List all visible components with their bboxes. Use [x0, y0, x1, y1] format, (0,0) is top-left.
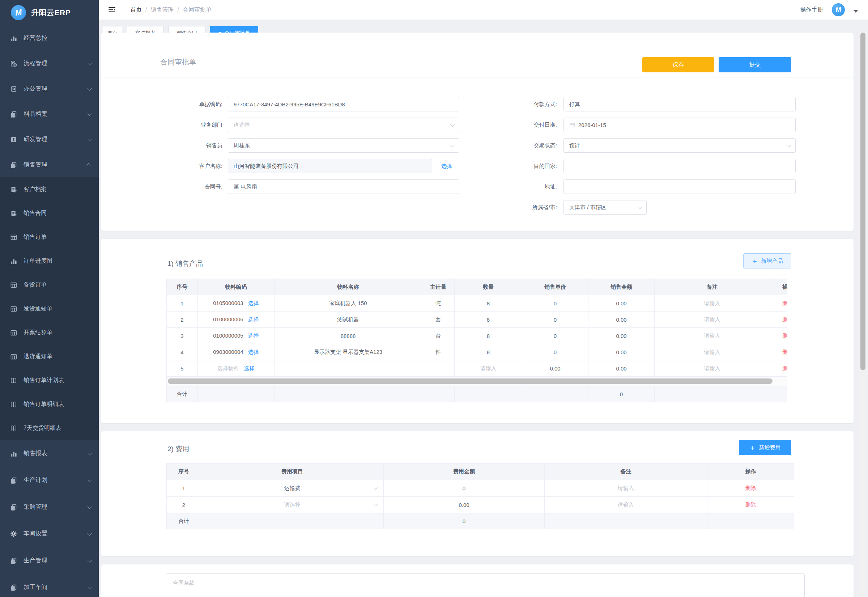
province-city-select[interactable]: 天津市 / 市辖区	[563, 200, 647, 215]
qty-cell[interactable]: 8	[455, 295, 522, 312]
grid-icon	[10, 305, 17, 312]
breadcrumb: 首页 / 销售管理 / 合同审批单	[130, 6, 212, 14]
sidebar-item-production-mgmt[interactable]: 生产管理	[0, 547, 99, 574]
fee-item-select[interactable]: 运输费	[201, 480, 384, 497]
delete-row-link[interactable]: 删除	[782, 300, 787, 306]
sidebar-item-stock-order[interactable]: 备货订单	[0, 273, 99, 297]
sidebar-item-process-mgmt[interactable]: 流程管理	[0, 50, 99, 76]
sidebar-item-material-archive[interactable]: 料品档案	[0, 101, 99, 127]
customer-select-link[interactable]: 选择	[441, 163, 452, 170]
sidebar-item-customer-archive[interactable]: 客户档案	[0, 177, 99, 201]
sidebar-item-label: 销售报表	[24, 449, 47, 457]
salesperson-select[interactable]: 周桂东	[228, 138, 459, 153]
remark-cell[interactable]: 请输入	[655, 344, 770, 360]
remark-cell[interactable]: 请输入	[545, 497, 707, 514]
remark-cell[interactable]: 请输入	[545, 480, 707, 497]
qty-cell[interactable]: 8	[455, 312, 522, 328]
sidebar-item-label: 经营总控	[24, 34, 47, 42]
fee-item-select[interactable]: 请选择	[201, 497, 384, 514]
material-select-link[interactable]: 选择	[244, 365, 255, 371]
delete-row-link[interactable]: 删除	[782, 333, 787, 339]
sidebar-item-workshop-settings[interactable]: 车间设置	[0, 520, 99, 547]
submit-button[interactable]: 提交	[718, 57, 791, 72]
price-cell[interactable]: 0	[522, 328, 588, 344]
delete-row-link[interactable]: 删除	[782, 316, 787, 322]
material-placeholder[interactable]: 选择物料	[217, 365, 239, 371]
remark-cell[interactable]: 请输入	[655, 328, 770, 344]
material-select-link[interactable]: 选择	[248, 300, 259, 306]
delivery-date-input[interactable]: 2026-01-15	[563, 117, 795, 132]
collapse-sidebar-icon[interactable]	[108, 6, 117, 14]
qty-cell[interactable]: 请输入	[455, 360, 522, 377]
sidebar-item-invoice-settlement[interactable]: 开票结算单	[0, 321, 99, 345]
payment-method-label: 付款方式:	[477, 101, 557, 108]
chevron-down-icon	[373, 485, 378, 490]
sidebar-item-sales-contract[interactable]: 销售合同	[0, 201, 99, 225]
contract-terms-textarea[interactable]: 合同条款	[166, 573, 805, 597]
material-select-link[interactable]: 选择	[248, 349, 259, 355]
doc-edit-icon	[10, 186, 17, 193]
price-cell[interactable]: 0	[522, 312, 588, 328]
add-product-button[interactable]: ＋新增产品	[743, 253, 791, 269]
sidebar-item-office-mgmt[interactable]: 办公管理	[0, 76, 99, 101]
save-button[interactable]: 保存	[642, 57, 714, 72]
remark-cell[interactable]: 请输入	[655, 360, 770, 377]
sidebar-item-label: 生产计划	[24, 476, 47, 484]
remark-cell[interactable]: 请输入	[655, 312, 770, 328]
sidebar-item-shipping-notice[interactable]: 发货通知单	[0, 297, 99, 321]
price-cell[interactable]: 0	[522, 295, 588, 312]
vertical-scrollbar-thumb[interactable]	[861, 33, 865, 370]
price-cell[interactable]: 0	[522, 344, 588, 360]
sidebar-item-sales-order[interactable]: 销售订单	[0, 225, 99, 249]
sidebar-item-purchase-mgmt[interactable]: 采购管理	[0, 493, 99, 520]
qty-cell[interactable]: 8	[455, 344, 522, 360]
price-cell[interactable]: 0.00	[522, 360, 588, 377]
business-dept-select[interactable]: 请选择	[228, 117, 459, 132]
qty-cell[interactable]: 8	[455, 328, 522, 344]
sidebar-item-processing-workshop[interactable]: 加工车间	[0, 574, 99, 597]
sidebar: M 升阳云ERP 经营总控 流程管理 办公管理 料品档案 研发管理	[0, 0, 99, 597]
destination-country-input[interactable]	[563, 159, 795, 173]
sidebar-item-return-notice[interactable]: 退货通知单	[0, 345, 99, 368]
title-divider	[101, 77, 853, 77]
sidebar-item-operations-dashboard[interactable]: 经营总控	[0, 25, 99, 50]
sidebar-item-sales-mgmt[interactable]: 销售管理	[0, 152, 99, 177]
delete-row-link[interactable]: 删除	[782, 349, 787, 355]
chevron-down-icon	[787, 143, 791, 147]
add-fee-button[interactable]: ＋新增费用	[739, 440, 791, 455]
delete-row-link[interactable]: 删除	[745, 485, 756, 491]
payment-method-input[interactable]: 打算	[563, 97, 795, 111]
material-select-link[interactable]: 选择	[248, 316, 259, 322]
sidebar-item-label: 开票结算单	[24, 329, 52, 337]
delete-row-link[interactable]: 删除	[745, 502, 756, 508]
sidebar-item-delivery-7day[interactable]: 7天交货明细表	[0, 416, 99, 440]
sidebar-item-sales-order-plan[interactable]: 销售订单计划表	[0, 368, 99, 392]
salesperson-label: 销售员	[143, 142, 222, 149]
customer-name-label: 客户名称:	[143, 163, 222, 170]
user-avatar[interactable]: M	[832, 3, 845, 16]
doc-code-input[interactable]: 9770CA17-3497-4DB2-995E-B49E9CF61BD8	[228, 97, 459, 111]
delete-row-link[interactable]: 删除	[782, 365, 787, 371]
sidebar-item-sales-report[interactable]: 销售报表	[0, 440, 99, 467]
calendar-icon	[569, 122, 575, 128]
contract-no-input[interactable]: 第 电风扇	[228, 180, 459, 194]
book-icon	[10, 401, 17, 408]
material-select-link[interactable]: 选择	[248, 333, 259, 339]
delivery-status-select[interactable]: 预计	[563, 138, 795, 153]
manual-link[interactable]: 操作手册	[800, 6, 823, 14]
sidebar-item-sales-order-detail[interactable]: 销售订单明细表	[0, 392, 99, 416]
breadcrumb-home[interactable]: 首页	[130, 6, 142, 14]
sidebar-item-order-progress[interactable]: 订单进度图	[0, 249, 99, 273]
sidebar-item-rd-mgmt[interactable]: 研发管理	[0, 127, 99, 152]
horizontal-scrollbar-thumb[interactable]	[168, 379, 773, 384]
address-input[interactable]	[563, 180, 795, 194]
breadcrumb-level1[interactable]: 销售管理	[150, 6, 173, 14]
vertical-scrollbar-track	[859, 32, 867, 597]
fee-amount-cell[interactable]: 0.00	[384, 497, 545, 514]
breadcrumb-separator: /	[145, 6, 147, 13]
fee-amount-cell[interactable]: 0	[384, 480, 545, 497]
sidebar-item-label: 流程管理	[24, 59, 47, 67]
user-menu-caret-icon[interactable]	[853, 10, 858, 13]
remark-cell[interactable]: 请输入	[655, 295, 770, 312]
sidebar-item-production-plan[interactable]: 生产计划	[0, 467, 99, 493]
